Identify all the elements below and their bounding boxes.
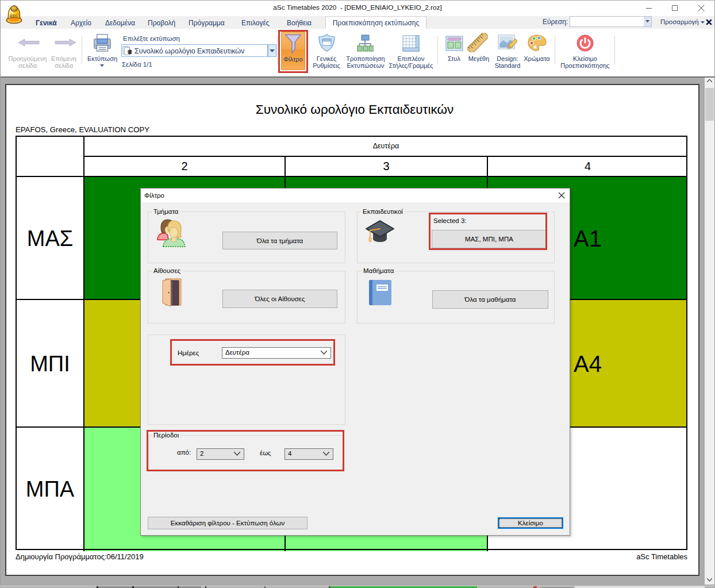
svg-text:asc: asc	[10, 13, 18, 18]
